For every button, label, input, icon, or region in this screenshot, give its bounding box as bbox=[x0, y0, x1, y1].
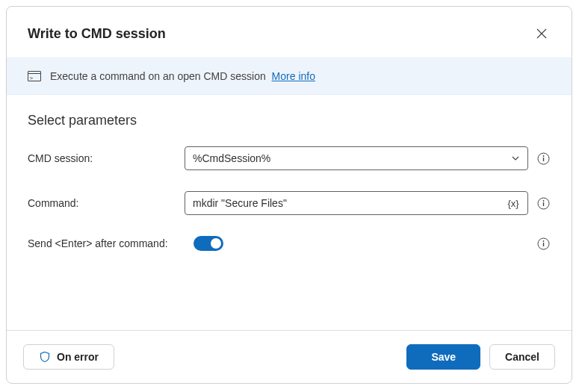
dialog-title: Write to CMD session bbox=[28, 26, 166, 42]
control-wrap-command: mkdir "Secure Files" {x} bbox=[185, 191, 551, 215]
dialog-footer: On error Save Cancel bbox=[7, 330, 572, 383]
info-banner: Execute a command on an open CMD session… bbox=[7, 57, 572, 95]
dialog-content: Select parameters CMD session: %CmdSessi… bbox=[7, 95, 572, 330]
svg-point-4 bbox=[542, 200, 544, 202]
info-circle-icon bbox=[537, 237, 550, 250]
info-icon-command[interactable] bbox=[536, 196, 551, 211]
cmd-session-dropdown[interactable]: %CmdSession% bbox=[185, 146, 528, 170]
label-send-enter: Send <Enter> after command: bbox=[28, 237, 193, 249]
save-button[interactable]: Save bbox=[406, 344, 480, 370]
svg-rect-2 bbox=[542, 158, 543, 161]
dialog-header: Write to CMD session bbox=[7, 7, 572, 57]
banner-description: Execute a command on an open CMD session bbox=[50, 70, 266, 82]
banner-text: Execute a command on an open CMD session… bbox=[50, 70, 315, 82]
info-icon-send-enter[interactable] bbox=[536, 236, 551, 251]
svg-point-1 bbox=[542, 155, 544, 157]
command-input[interactable]: mkdir "Secure Files" {x} bbox=[185, 191, 528, 215]
cmd-session-value: %CmdSession% bbox=[193, 152, 270, 164]
row-send-enter: Send <Enter> after command: bbox=[28, 236, 551, 251]
dialog: Write to CMD session Execute a command o… bbox=[6, 6, 572, 384]
row-command: Command: mkdir "Secure Files" {x} bbox=[28, 191, 551, 215]
label-cmd-session: CMD session: bbox=[28, 152, 185, 164]
send-enter-toggle[interactable] bbox=[193, 236, 223, 251]
close-button[interactable] bbox=[530, 22, 554, 46]
command-value: mkdir "Secure Files" bbox=[193, 197, 505, 209]
control-wrap-cmd-session: %CmdSession% bbox=[185, 146, 551, 170]
more-info-link[interactable]: More info bbox=[272, 70, 315, 82]
toggle-thumb bbox=[211, 238, 221, 249]
info-icon-cmd-session[interactable] bbox=[536, 151, 551, 166]
info-circle-icon bbox=[537, 197, 550, 210]
on-error-button[interactable]: On error bbox=[23, 344, 114, 370]
cmd-icon bbox=[28, 71, 41, 81]
info-circle-icon bbox=[537, 152, 550, 165]
label-command: Command: bbox=[28, 197, 185, 209]
chevron-down-icon bbox=[511, 154, 520, 163]
cancel-button[interactable]: Cancel bbox=[489, 344, 555, 370]
row-cmd-session: CMD session: %CmdSession% bbox=[28, 146, 551, 170]
on-error-label: On error bbox=[57, 351, 99, 363]
section-title: Select parameters bbox=[28, 113, 551, 128]
svg-point-7 bbox=[542, 240, 544, 242]
variable-picker-button[interactable]: {x} bbox=[505, 196, 521, 211]
svg-rect-5 bbox=[542, 202, 543, 206]
footer-right: Save Cancel bbox=[406, 344, 555, 370]
close-icon bbox=[536, 28, 547, 39]
control-wrap-send-enter bbox=[193, 236, 551, 251]
svg-rect-8 bbox=[542, 243, 543, 246]
shield-icon bbox=[39, 351, 51, 363]
